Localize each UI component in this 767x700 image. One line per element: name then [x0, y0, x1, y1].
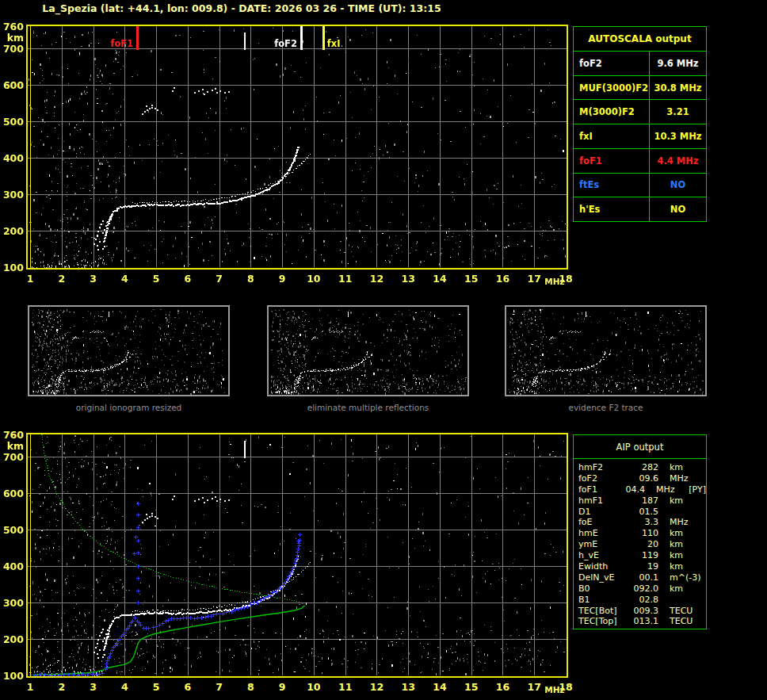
x-axis-tick-label: 4 [114, 273, 135, 285]
x-axis-tick-label: 12 [366, 681, 387, 693]
marker-label-fxI: fxI [327, 38, 341, 49]
x-axis-tick-label: 14 [429, 273, 450, 285]
autoscala-param-label: M(3000)F2 [574, 100, 650, 124]
x-axis-tick-label: 4 [114, 681, 135, 693]
y-axis-tick-label: 100 [1, 671, 24, 681]
aip-param-label: TEC[Top] [578, 616, 628, 627]
aip-param-label: foF1 [578, 484, 620, 495]
aip-row-B1: B102.8 [578, 595, 706, 606]
aip-row-B0: B0092.0km [578, 583, 706, 595]
x-axis-tick-label: 1 [20, 681, 40, 693]
thumbnail-canvas-3 [506, 307, 705, 395]
aip-param-value: 01.5 [628, 507, 658, 518]
aip-param-unit: km [658, 550, 701, 561]
aip-param-value: 282 [628, 462, 658, 473]
y-axis-tick-label: 760 [1, 21, 24, 32]
aip-param-value: 09.6 [628, 473, 658, 484]
x-axis-tick-label: 10 [303, 273, 324, 285]
x-axis-tick-label: 5 [146, 273, 166, 285]
y-axis-unit-label: km [1, 441, 24, 451]
x-axis-tick-label: 3 [83, 681, 104, 693]
autoscala-row-foF1: foF14.4 MHz [574, 148, 706, 173]
aip-param-value: 20 [628, 539, 658, 550]
aip-row-foE: foE3.3MHz [578, 517, 706, 528]
y-axis-tick-label: 300 [1, 189, 24, 200]
aip-param-unit: km [658, 539, 701, 550]
aip-param-value: 04.4 [620, 484, 645, 495]
aip-table-body: hmF2282kmfoF209.6MHzfoF104.4MHz[PY]hmF11… [574, 459, 706, 627]
y-axis-tick-label: 500 [1, 117, 24, 127]
aip-param-unit: m^(-3) [658, 572, 701, 583]
bottom-ionogram-canvas [26, 433, 568, 678]
autoscala-row-foF2: foF29.6 MHz [574, 51, 706, 75]
station-title: La_Spezia (lat: +44.1, lon: 009.8) - DAT… [0, 2, 483, 14]
aip-param-label: foE [578, 517, 628, 528]
autoscala-param-label: foF1 [574, 149, 650, 173]
aip-param-unit: MHz [658, 473, 701, 484]
aip-param-unit: km [658, 462, 701, 473]
y-axis-tick-label: 100 [1, 262, 24, 273]
marker-label-foF2: foF2 [274, 38, 297, 49]
top-ionogram-canvas [26, 25, 568, 270]
y-axis-tick-label: 400 [1, 561, 24, 572]
aip-param-label: hmE [578, 528, 628, 539]
x-axis-tick-label: 17 [524, 273, 544, 285]
y-axis-unit-label: km [1, 33, 24, 43]
thumbnail-evidence-f2 [505, 305, 707, 396]
autoscala-param-label: fxI [574, 124, 650, 148]
y-axis-tick-label: 400 [1, 153, 24, 163]
autoscala-param-value: 3.21 [650, 106, 706, 117]
aip-param-label: B0 [578, 583, 628, 595]
aip-param-label: TEC[Bot] [578, 606, 628, 617]
x-axis-tick-label: 16 [492, 273, 513, 285]
y-axis-tick-label: 760 [1, 430, 24, 440]
autoscala-row-h'Es: h'EsNO [574, 197, 706, 221]
marker-tick-foF2 [300, 26, 303, 50]
y-axis-tick-label: 600 [1, 488, 24, 499]
aip-param-value: 110 [628, 528, 658, 539]
aip-row-Ewidth: Ewidth19km [578, 561, 706, 572]
marker-tick-foF1 [136, 26, 139, 50]
aip-param-value: 119 [628, 550, 658, 561]
aip-param-label: foF2 [578, 473, 628, 484]
x-axis-tick-label: 14 [429, 681, 450, 693]
x-axis-tick-label: 13 [398, 273, 418, 285]
aip-row-hmF1: hmF1187km [578, 495, 706, 507]
x-axis-tick-label: 7 [209, 273, 230, 285]
aip-param-label: ymE [578, 539, 628, 550]
aip-param-value: 3.3 [628, 517, 658, 528]
x-axis-tick-label: 17 [524, 681, 544, 693]
autoscala-row-MUF(3000)F2: MUF(3000)F230.8 MHz [574, 75, 706, 100]
x-axis-tick-label: 8 [240, 681, 261, 693]
aip-row-DelN_vE: DelN_vE00.1m^(-3) [578, 572, 706, 583]
x-axis-tick-label: 16 [492, 681, 513, 693]
aip-param-value: 009.3 [628, 606, 658, 617]
x-axis-tick-label: 11 [335, 273, 356, 285]
aip-param-label: hmF2 [578, 462, 628, 473]
y-axis-tick-label: 600 [1, 80, 24, 90]
x-axis-tick-label: 9 [272, 273, 292, 285]
x-axis-tick-label: 7 [209, 681, 230, 693]
x-axis-tick-label: 11 [335, 681, 356, 693]
autoscala-param-value: 9.6 MHz [650, 58, 706, 69]
autoscala-param-value: NO [650, 204, 706, 215]
aip-param-unit: km [658, 495, 701, 507]
aip-row-D1: D101.5 [578, 507, 706, 518]
aip-param-label: B1 [578, 595, 628, 606]
aip-param-value: 00.1 [628, 572, 658, 583]
x-axis-tick-label: 3 [83, 273, 104, 285]
aip-param-label: hmF1 [578, 495, 628, 507]
y-axis-tick-label: 700 [1, 44, 24, 54]
aip-row-h_vE: h_vE119km [578, 550, 706, 561]
aip-row-hmF2: hmF2282km [578, 462, 706, 473]
autoscala-table-header: AUTOSCALA output [574, 27, 706, 51]
thumbnail-canvas-2 [269, 307, 467, 395]
aip-row-foF1: foF104.4MHz[PY] [578, 484, 706, 495]
x-axis-tick-label: 5 [146, 681, 166, 693]
bottom-ionogram-plot [26, 433, 568, 678]
aip-param-unit: TECU [658, 606, 701, 617]
aip-param-unit: MHz [645, 484, 682, 495]
marker-label-foF1: foF1 [110, 38, 133, 49]
aip-param-value: 02.8 [628, 595, 658, 606]
x-axis-unit-label: MHz [544, 277, 564, 286]
